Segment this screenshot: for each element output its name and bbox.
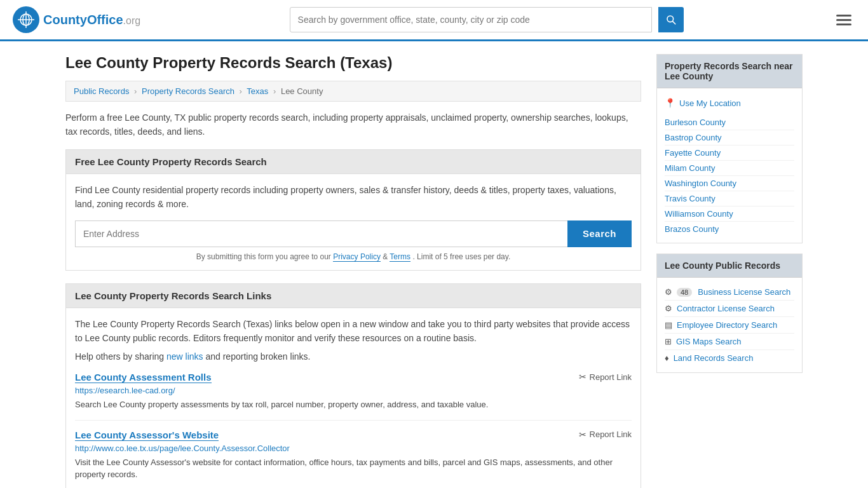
sidebar-item-williamson[interactable]: Williamson County xyxy=(665,207,794,222)
logo[interactable]: CountyOffice.org xyxy=(13,6,140,33)
link-description: Search Lee County property assessments b… xyxy=(75,398,632,411)
public-records-header: Lee County Public Records xyxy=(657,254,802,278)
sidebar-item-bastrop[interactable]: Bastrop County xyxy=(665,130,794,146)
link-item-title[interactable]: Lee County Assessor's Website xyxy=(75,430,219,441)
map-icon: ⊞ xyxy=(665,337,672,346)
svg-line-6 xyxy=(672,21,675,24)
sidebar-business-license[interactable]: ⚙ 48 Business License Search xyxy=(665,284,794,301)
sidebar-item-travis[interactable]: Travis County xyxy=(665,191,794,207)
terms-link[interactable]: Terms xyxy=(390,252,410,262)
sidebar-item-washington[interactable]: Washington County xyxy=(665,176,794,191)
sidebar-item-fayette[interactable]: Fayette County xyxy=(665,146,794,161)
link-description: Visit the Lee County Assessor's website … xyxy=(75,456,632,481)
public-records-body: ⚙ 48 Business License Search ⚙ Contracto… xyxy=(657,278,802,372)
share-line: Help others by sharing new links and rep… xyxy=(75,351,632,362)
report-icon: ✂ xyxy=(579,430,587,440)
report-link-button[interactable]: ✂ Report Link xyxy=(579,372,632,382)
nearby-box: Property Records Search near Lee County … xyxy=(656,54,803,243)
free-search-section: Free Lee County Property Records Search … xyxy=(65,149,641,271)
page-container: Lee County Property Records Search (Texa… xyxy=(53,41,815,488)
link-item-header: Lee County Assessor's Website ✂ Report L… xyxy=(75,430,632,441)
page-title: Lee County Property Records Search (Texa… xyxy=(65,54,641,72)
breadcrumb-property-records-search[interactable]: Property Records Search xyxy=(142,86,234,96)
breadcrumb: Public Records › Property Records Search… xyxy=(65,81,641,102)
free-search-header: Free Lee County Property Records Search xyxy=(66,150,641,174)
hamburger-line xyxy=(836,24,851,25)
links-section-body: The Lee County Property Records Search (… xyxy=(66,308,641,488)
logo-text: CountyOffice.org xyxy=(43,13,140,27)
site-header: CountyOffice.org xyxy=(0,0,868,41)
form-note: By submitting this form you agree to our… xyxy=(75,252,632,261)
logo-icon xyxy=(13,6,39,33)
public-records-box: Lee County Public Records ⚙ 48 Business … xyxy=(656,254,803,373)
hamburger-line xyxy=(836,15,851,17)
address-search-button[interactable]: Search xyxy=(567,220,632,247)
sidebar: Property Records Search near Lee County … xyxy=(656,54,803,488)
breadcrumb-texas[interactable]: Texas xyxy=(247,86,268,96)
free-search-description: Find Lee County residential property rec… xyxy=(75,183,632,212)
address-search-row: Search xyxy=(75,220,632,247)
gear-icon: ⚙ xyxy=(665,304,672,313)
sidebar-gis-maps[interactable]: ⊞ GIS Maps Search xyxy=(665,334,794,350)
report-link-button[interactable]: ✂ Report Link xyxy=(579,430,632,440)
link-item: Lee County Assessment Rolls ✂ Report Lin… xyxy=(75,372,632,421)
header-search-button[interactable] xyxy=(658,7,684,32)
hamburger-line xyxy=(836,19,851,21)
free-search-body: Find Lee County residential property rec… xyxy=(66,174,641,270)
breadcrumb-lee-county: Lee County xyxy=(281,86,323,96)
breadcrumb-public-records[interactable]: Public Records xyxy=(74,86,129,96)
link-url[interactable]: https://esearch.lee-cad.org/ xyxy=(75,386,632,395)
sidebar-land-records[interactable]: ♦ Land Records Search xyxy=(665,350,794,366)
link-item-title[interactable]: Lee County Assessment Rolls xyxy=(75,372,212,383)
privacy-policy-link[interactable]: Privacy Policy xyxy=(333,252,381,262)
gear-icon: ⚙ xyxy=(665,287,672,297)
page-description: Perform a free Lee County, TX public pro… xyxy=(65,111,641,139)
main-content: Lee County Property Records Search (Texa… xyxy=(65,54,641,488)
header-search-input[interactable] xyxy=(290,7,652,32)
sidebar-item-brazos[interactable]: Brazos County xyxy=(665,222,794,236)
sidebar-employee-directory[interactable]: ▤ Employee Directory Search xyxy=(665,317,794,334)
link-item-header: Lee County Assessment Rolls ✂ Report Lin… xyxy=(75,372,632,383)
menu-button[interactable] xyxy=(832,11,855,29)
location-icon: 📍 xyxy=(665,98,675,108)
link-url[interactable]: http://www.co.lee.tx.us/page/lee.County.… xyxy=(75,444,632,453)
links-section: Lee County Property Records Search Links… xyxy=(65,283,641,488)
nearby-body: 📍 Use My Location Burleson County Bastro… xyxy=(657,88,802,243)
svg-point-5 xyxy=(667,16,674,22)
links-description: The Lee County Property Records Search (… xyxy=(75,317,632,346)
sidebar-item-burleson[interactable]: Burleson County xyxy=(665,115,794,130)
header-search-area xyxy=(290,7,684,32)
link-item: Lee County Assessor's Website ✂ Report L… xyxy=(75,430,632,488)
links-section-header: Lee County Property Records Search Links xyxy=(66,284,641,308)
new-links-link[interactable]: new links xyxy=(166,351,203,362)
bell-icon: ♦ xyxy=(665,353,669,363)
sidebar-item-milam[interactable]: Milam County xyxy=(665,161,794,176)
address-input[interactable] xyxy=(75,220,567,247)
use-my-location[interactable]: 📍 Use My Location xyxy=(665,95,794,111)
report-icon: ✂ xyxy=(579,372,587,382)
sidebar-contractor-license[interactable]: ⚙ Contractor License Search xyxy=(665,301,794,317)
document-icon: ▤ xyxy=(665,320,672,330)
business-license-badge: 48 xyxy=(677,288,692,297)
nearby-header: Property Records Search near Lee County xyxy=(657,55,802,88)
